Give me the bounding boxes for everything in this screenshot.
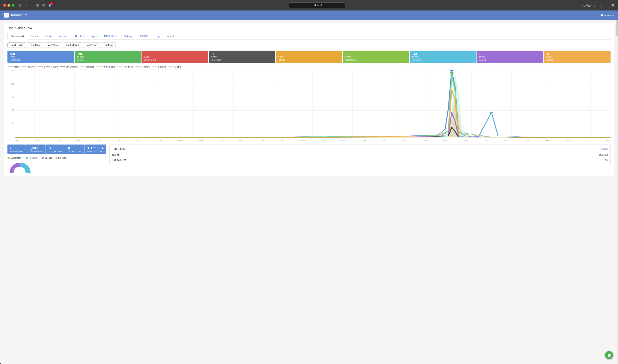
y-axis-labels: 250 200 150 100 50 0 xyxy=(7,69,15,142)
tab-cache[interactable]: Cache xyxy=(41,33,56,39)
sidebar-toggle[interactable]: ▾ xyxy=(19,4,24,7)
table-row: 192.168.1.78 451 xyxy=(112,158,608,163)
more-link[interactable]: [more] xyxy=(601,147,608,150)
time-range-selector: Last Hour Last Day Last Week Last Month … xyxy=(7,42,611,48)
dashboard-card: DNS Server - pi4 Dashboard Zones Cache A… xyxy=(4,23,614,176)
col-queries: Queries xyxy=(599,154,608,156)
svg-rect-12 xyxy=(612,5,613,6)
page-title: DNS Server - pi4 xyxy=(7,26,611,30)
pie-chart-area: Authoritative Recursive Cached xyxy=(7,156,106,173)
main-content: DNS Server - pi4 Dashboard Zones Cache A… xyxy=(0,20,618,364)
svg-point-5 xyxy=(43,5,44,6)
airplay-icon[interactable] xyxy=(582,4,591,7)
app-logo: Ti Technitium xyxy=(4,13,27,17)
back-button[interactable]: ‹ xyxy=(25,3,28,8)
svg-rect-9 xyxy=(593,6,596,6)
tab-logs[interactable]: Logs xyxy=(151,33,164,39)
stat-authoritative: 6 0.78% Authoritative xyxy=(343,51,409,63)
scrollbar-thumb[interactable] xyxy=(616,20,618,36)
top-clients-title: Top Clients xyxy=(112,147,126,150)
pie-chart-svg xyxy=(7,161,32,173)
tab-allowed[interactable]: Allowed xyxy=(56,33,72,39)
chart-with-yaxis: 250 200 150 100 50 0 xyxy=(7,69,611,142)
logo-icon: Ti xyxy=(4,13,9,17)
stat-total-label: Total Queries xyxy=(10,59,72,61)
scrollbar-track[interactable] xyxy=(616,20,618,364)
nav-tabs: Dashboard Zones Cache Allowed Blocked Ap… xyxy=(7,33,611,39)
tab-blocked[interactable]: Blocked xyxy=(72,33,88,39)
legend-cached-pie: Cached xyxy=(42,156,52,159)
svg-rect-1 xyxy=(20,4,22,4)
chart-legend: Total No Error Server Failure NX Domain xyxy=(7,65,611,68)
btn-last-day[interactable]: Last Day xyxy=(26,42,43,48)
address-input[interactable] xyxy=(289,2,346,8)
legend-cached: Cached xyxy=(135,65,150,68)
tab-dashboard[interactable]: Dashboard xyxy=(7,33,27,39)
bottom-stats: 6 Hosted Zones 1,587 Cached Entries 0 Al… xyxy=(7,144,106,154)
stat-blocked: 313 40.76% Blocked xyxy=(544,51,611,63)
btn-last-month[interactable]: Last Month xyxy=(63,42,82,48)
tab-overview-icon[interactable] xyxy=(611,3,615,7)
user-menu[interactable]: admin ▾ xyxy=(601,14,614,17)
close-button[interactable] xyxy=(3,4,6,7)
svg-rect-3 xyxy=(20,6,22,6)
stat-cached-entries: 1,587 Cached Entries xyxy=(26,144,45,154)
download-icon[interactable] xyxy=(593,3,597,7)
btn-last-hour[interactable]: Last Hour xyxy=(7,42,26,48)
svg-point-39 xyxy=(450,72,454,73)
chart-svg xyxy=(15,69,611,138)
svg-rect-13 xyxy=(613,5,614,6)
ublock-extension-icon[interactable]: μ 1 xyxy=(48,3,52,7)
stat-blocked-zones: 0 Blocked Zones xyxy=(65,144,84,154)
shield-float-button[interactable] xyxy=(605,351,613,359)
svg-point-41 xyxy=(450,90,454,91)
btn-custom[interactable]: Custom xyxy=(101,42,116,48)
notification-badge: 1 xyxy=(50,2,53,5)
stat-block-list-zones: 1,155,684 Block List Zones xyxy=(84,144,106,154)
browser-right-controls xyxy=(582,3,615,7)
app-header: Ti Technitium admin ▾ xyxy=(0,11,618,20)
svg-rect-10 xyxy=(612,4,613,5)
client-ip: 192.168.1.78 xyxy=(112,159,126,162)
legend-recursive-pie: Recursive xyxy=(26,156,39,159)
tab-dhcp[interactable]: DHCP xyxy=(137,33,151,39)
bottom-section: 6 Hosted Zones 1,587 Cached Entries 0 Al… xyxy=(7,144,611,173)
client-queries: 451 xyxy=(604,159,608,162)
shield-extension-icon[interactable] xyxy=(36,3,40,7)
legend-blocked-pie: Blocked xyxy=(55,156,66,159)
table-header: Client Queries xyxy=(112,152,608,158)
new-tab-icon[interactable] xyxy=(605,3,609,7)
share-icon[interactable] xyxy=(599,3,603,7)
btn-last-week[interactable]: Last Week xyxy=(44,42,62,48)
btn-last-year[interactable]: Last Year xyxy=(83,42,100,48)
tab-settings[interactable]: Settings xyxy=(121,33,137,39)
traffic-lights xyxy=(3,4,14,7)
x-axis-labels: 14:04 14:06 14:08 14:10 14:12 14:14 14:1… xyxy=(15,140,611,142)
tab-dns-client[interactable]: DNS Client xyxy=(101,33,121,39)
maximize-button[interactable] xyxy=(12,4,14,7)
legend-blocked: Blocked xyxy=(152,65,166,68)
pie-chart-preview xyxy=(7,161,106,173)
chart-section: Total No Error Server Failure NX Domain xyxy=(7,65,611,142)
legend-refused: Refused xyxy=(80,65,94,68)
tab-zones[interactable]: Zones xyxy=(27,33,41,39)
minimize-button[interactable] xyxy=(7,4,10,7)
stat-recursive: 314 40.89% Recursive xyxy=(410,51,476,63)
col-client: Client xyxy=(112,154,119,156)
top-clients-panel: Top Clients [more] Client Queries 192.16… xyxy=(109,144,611,166)
forward-button[interactable]: › xyxy=(29,3,32,8)
legend-authoritative-pie: Authoritative xyxy=(7,156,23,159)
chart-area: 14:04 14:06 14:08 14:10 14:12 14:14 14:1… xyxy=(15,69,611,142)
stats-row: 768 100% Total Queries 690 89.84% No Err… xyxy=(7,51,611,63)
legend-server-failure: Server Failure xyxy=(38,65,58,68)
stat-total-pct: 100% xyxy=(10,56,72,58)
stat-nxdomain: 67 8.72% NX Domain xyxy=(209,51,275,63)
camera-extension-icon[interactable] xyxy=(41,3,46,7)
tab-about[interactable]: About xyxy=(164,33,177,39)
stat-allowed-zones: 0 Allowed Zones xyxy=(46,144,65,154)
address-bar xyxy=(54,2,580,8)
browser-titlebar: ▾ ‹ › μ xyxy=(0,0,618,11)
username-label: admin xyxy=(605,14,612,17)
tab-apps[interactable]: Apps xyxy=(88,33,101,39)
svg-point-42 xyxy=(489,112,493,113)
